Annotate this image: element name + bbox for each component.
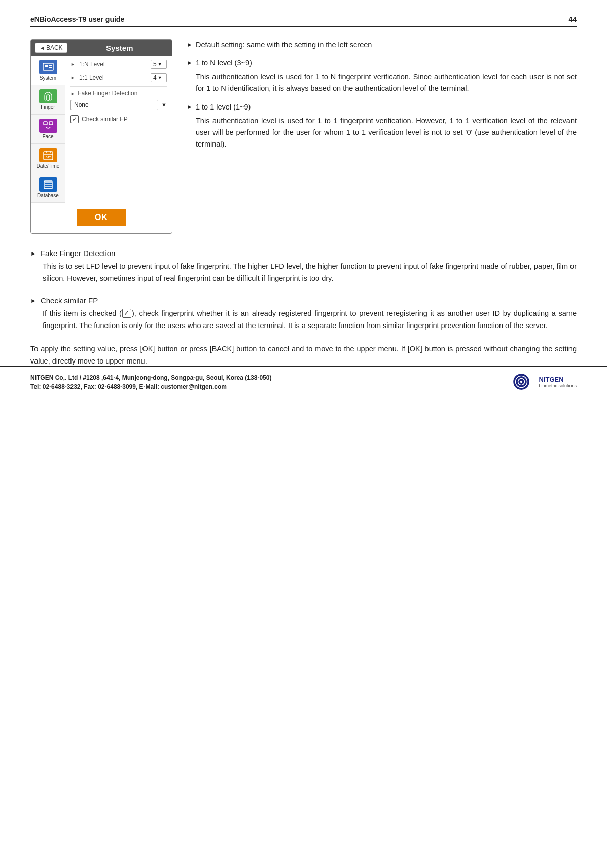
datetime-icon: DAY [39,148,57,162]
check-similar-lower-arrow-icon: ► [30,297,37,304]
11-level-dropdown[interactable]: 4 ▼ [151,73,167,82]
page-header: eNBioAccess-T9 user guide 44 [30,15,577,27]
sidebar-item-face[interactable]: Face [31,115,65,144]
nitgen-logo-icon [508,372,534,393]
sidebar-label-datetime: Date/Time [37,163,60,169]
fake-finger-label: ► Fake Finger Detection [70,90,167,97]
device-panel: ◄ BACK System System [30,39,172,234]
device-header: ◄ BACK System [31,40,172,56]
check-similar-lower-body: If this item is checked (✓), check finge… [43,308,577,332]
1n-level-label: 1:N Level [79,61,148,68]
back-arrow-icon: ◄ [40,45,45,51]
ok-button[interactable]: OK [77,209,126,226]
dropdown-arrow-icon: ▼ [158,62,162,67]
sidebar-label-database: Database [37,193,59,198]
default-setting-section: ► Default setting: same with the setting… [187,39,577,50]
bullet1-title: 1 to N level (3~9) [196,57,252,68]
default-setting-text: Default setting: same with the setting i… [196,39,372,50]
svg-rect-1 [45,65,48,67]
apply-section: To apply the setting value, press [OK] b… [30,343,577,368]
setting-11-level: ► 1:1 Level 4 ▼ [70,73,167,82]
page-number: 44 [568,15,577,23]
fake-finger-lower-heading: ► Fake Finger Detection [30,249,577,258]
bullet2-heading: ► 1 to 1 level (1~9) [187,101,577,113]
finger-icon [39,89,57,103]
dropdown-arrow-icon-2: ▼ [158,75,162,80]
default-setting-heading: ► Default setting: same with the setting… [187,39,577,50]
main-content: ◄ BACK System System [30,39,577,234]
bullet1-heading: ► 1 to N level (3~9) [187,57,577,68]
fake-finger-lower-section: ► Fake Finger Detection This is to set L… [30,249,577,285]
check-similar-checkbox[interactable] [70,115,79,123]
system-icon [39,60,57,74]
bullet2-body: This authentication level is used for 1 … [196,115,577,151]
fake-finger-dropdown[interactable]: None [70,100,158,110]
device-footer: OK [31,203,172,233]
svg-rect-3 [49,67,52,68]
sidebar-item-database[interactable]: Database [31,173,65,203]
footer-logo: NITGEN biometric solutions [508,372,577,393]
1n-level-value: 5 [153,61,157,68]
device-sidebar: System Finger [31,56,65,203]
lower-content: ► Fake Finger Detection This is to set L… [30,249,577,368]
nitgen-brand: NITGEN biometric solutions [539,376,577,389]
back-button[interactable]: ◄ BACK [35,43,67,53]
check-similar-row: Check similar FP [70,115,167,123]
arrow-icon: ► [70,62,75,67]
1n-level-dropdown[interactable]: 5 ▼ [151,60,167,69]
footer-line2: Tel: 02-6488-3232, Fax: 02-6488-3099, E-… [30,382,271,391]
default-arrow-icon: ► [187,40,193,50]
device-settings: ► 1:N Level 5 ▼ ► 1:1 Level 4 ▼ [65,56,172,203]
database-icon [39,177,57,192]
device-body: System Finger [31,56,172,203]
check-similar-lower-heading: ► Check similar FP [30,296,577,305]
bullet2-title: 1 to 1 level (1~9) [196,101,251,113]
face-icon [39,119,57,133]
sidebar-item-datetime[interactable]: DAY Date/Time [31,144,65,173]
check-similar-lower-title: Check similar FP [41,296,98,305]
nitgen-name: NITGEN [539,376,577,384]
check-similar-label: Check similar FP [82,116,128,123]
bullet1-section: ► 1 to N level (3~9) This authentication… [187,57,577,94]
sidebar-item-finger[interactable]: Finger [31,85,65,115]
inline-checkbox-icon: ✓ [122,309,131,318]
svg-rect-4 [44,122,47,125]
footer-text: NITGEN Co,. Ltd / #1208 ,641-4, Munjeong… [30,373,271,391]
back-label: BACK [46,44,63,51]
bullet1-arrow-icon: ► [187,58,193,68]
fake-finger-section: ► Fake Finger Detection None ▼ [70,90,167,110]
11-level-value: 4 [153,74,157,81]
svg-text:DAY: DAY [46,156,51,159]
divider [70,86,167,87]
nitgen-tagline: biometric solutions [539,383,577,388]
svg-rect-5 [49,122,53,125]
arrow-icon-2: ► [70,75,75,80]
header-title: eNBioAccess-T9 user guide [30,15,124,23]
setting-1n-level: ► 1:N Level 5 ▼ [70,60,167,69]
right-content: ► Default setting: same with the setting… [187,39,577,234]
sidebar-label-face: Face [42,134,53,139]
fake-finger-dropdown-arrow-icon: ▼ [161,102,167,108]
svg-rect-2 [49,65,52,66]
11-level-label: 1:1 Level [79,74,148,81]
device-title: System [72,44,168,52]
fake-finger-row: None ▼ [70,100,167,110]
page-footer: NITGEN Co,. Ltd / #1208 ,641-4, Munjeong… [0,366,607,393]
sidebar-item-system[interactable]: System [31,56,65,85]
bullet2-section: ► 1 to 1 level (1~9) This authentication… [187,101,577,150]
fake-finger-lower-body: This is to set LFD level to prevent inpu… [43,261,577,285]
fake-finger-lower-arrow-icon: ► [30,250,37,257]
check-similar-lower-section: ► Check similar FP If this item is check… [30,296,577,332]
fake-arrow-icon: ► [70,91,75,96]
sidebar-label-finger: Finger [41,104,55,110]
bullet2-arrow-icon: ► [187,102,193,112]
fake-finger-lower-title: Fake Finger Detection [41,249,116,258]
bullet1-body: This authentication level is used for 1 … [196,71,577,94]
footer-line1: NITGEN Co,. Ltd / #1208 ,641-4, Munjeong… [30,373,271,382]
sidebar-label-system: System [40,75,56,81]
